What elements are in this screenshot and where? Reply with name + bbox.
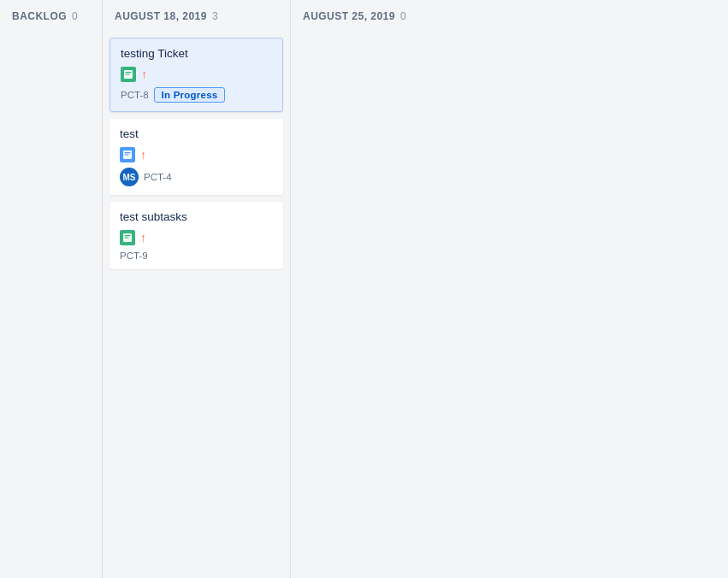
card-title-pct8: testing Ticket [121, 47, 272, 60]
column-body-backlog [0, 31, 102, 578]
card-title-pct9: test subtasks [120, 210, 273, 223]
card-icons-pct4: ↑ [120, 147, 273, 162]
svg-rect-5 [125, 154, 129, 155]
svg-rect-8 [125, 237, 129, 238]
column-body-aug18: testing Ticket ↑ PCT-8 In Progress test [103, 31, 290, 578]
story-icon-pct9 [120, 230, 135, 245]
ticket-id-pct9: PCT-9 [120, 251, 148, 261]
priority-icon-pct9: ↑ [140, 231, 146, 245]
story-icon-pct8 [121, 67, 136, 82]
column-title-backlog: BACKLOG [12, 10, 67, 22]
column-count-aug18: 3 [212, 10, 218, 22]
card-meta-pct8: PCT-8 In Progress [121, 87, 272, 103]
avatar-pct4: MS [120, 168, 139, 186]
board: BACKLOG 0 AUGUST 18, 2019 3 testing Tick… [0, 0, 728, 578]
card-icons-pct8: ↑ [121, 67, 272, 82]
status-badge-pct8: In Progress [154, 87, 226, 103]
card-pct4[interactable]: test ↑ MS PCT-4 [109, 119, 283, 195]
svg-rect-2 [126, 74, 130, 74]
ticket-id-pct8: PCT-8 [121, 90, 149, 100]
svg-rect-4 [125, 152, 131, 153]
subtask-icon-pct4 [120, 147, 135, 162]
column-count-backlog: 0 [72, 10, 78, 22]
card-pct8[interactable]: testing Ticket ↑ PCT-8 In Progress [109, 38, 283, 112]
ticket-id-pct4: PCT-4 [144, 172, 172, 182]
card-pct9[interactable]: test subtasks ↑ PCT-9 [109, 202, 283, 269]
column-header-aug25: AUGUST 25, 2019 0 [291, 0, 479, 31]
svg-rect-1 [126, 72, 132, 73]
column-title-aug25: AUGUST 25, 2019 [303, 10, 395, 22]
column-count-aug25: 0 [400, 10, 406, 22]
column-header-backlog: BACKLOG 0 [0, 0, 102, 31]
card-icons-pct9: ↑ [120, 230, 273, 245]
column-aug18: AUGUST 18, 2019 3 testing Ticket ↑ PCT-8… [103, 0, 291, 578]
column-title-aug18: AUGUST 18, 2019 [115, 10, 207, 22]
priority-icon-pct8: ↑ [141, 68, 147, 81]
card-meta-pct4: MS PCT-4 [120, 168, 273, 186]
column-body-aug25 [291, 31, 479, 578]
column-aug25: AUGUST 25, 2019 0 [291, 0, 479, 578]
column-header-aug18: AUGUST 18, 2019 3 [103, 0, 290, 31]
priority-icon-pct4: ↑ [140, 148, 146, 162]
svg-rect-7 [125, 235, 131, 236]
card-meta-pct9: PCT-9 [120, 251, 273, 261]
card-title-pct4: test [120, 127, 273, 140]
column-backlog: BACKLOG 0 [0, 0, 103, 578]
